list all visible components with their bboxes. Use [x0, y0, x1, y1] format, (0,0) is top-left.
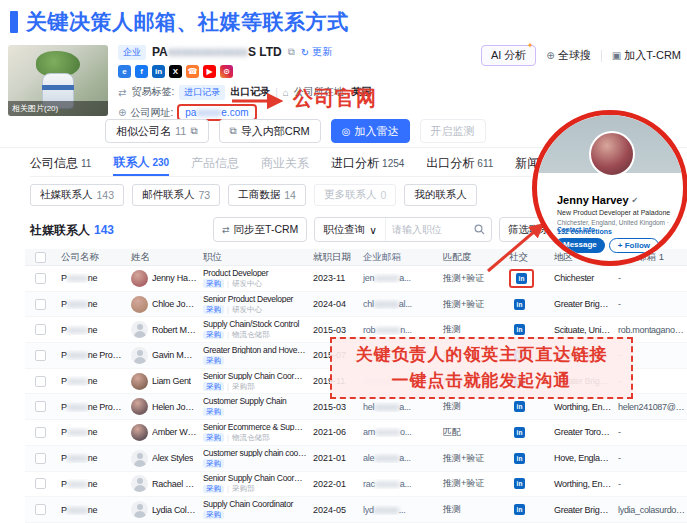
contact-avatar-placeholder-icon: [131, 347, 148, 364]
procurement-tag: 采购: [203, 408, 224, 417]
region-cell: Greater Brighton a...: [548, 299, 612, 309]
tab-products[interactable]: 产品信息: [191, 150, 239, 176]
tab-export-analysis[interactable]: 出口分析611: [426, 150, 493, 176]
chip-label: 更多联系人: [324, 188, 377, 202]
social-blog-icon[interactable]: e: [118, 65, 131, 78]
tab-contacts[interactable]: 联系人230: [113, 150, 169, 176]
row-checkbox[interactable]: [35, 504, 46, 515]
tab-business-relations[interactable]: 商业关系: [261, 150, 309, 176]
join-tcrm-button[interactable]: ▣加入T-CRM: [612, 48, 681, 63]
linkedin-wrap: in: [509, 451, 530, 466]
region-cell: Hove, England, Uni...: [548, 453, 612, 463]
export-records-tag[interactable]: 出口记录: [230, 85, 270, 99]
row-checkbox[interactable]: [35, 427, 46, 438]
row-checkbox[interactable]: [35, 401, 46, 412]
position-title: Senior Supply Chain Coordinator: [203, 372, 307, 381]
job-query-dropdown[interactable]: 职位查询∨: [315, 218, 386, 241]
chip-more-contacts[interactable]: 更多联系人0: [314, 184, 396, 206]
social-linkedin-icon[interactable]: in: [152, 65, 165, 78]
website-icon: ⊕: [118, 107, 126, 118]
table-row[interactable]: PxxxxxneChloe JonesSenior Product Develo…: [25, 292, 687, 318]
social-phone-icon[interactable]: ☎: [186, 65, 199, 78]
chip-my-contacts[interactable]: 我的联系人: [404, 184, 477, 206]
linkedin-icon[interactable]: in: [514, 427, 525, 438]
social-facebook-icon[interactable]: f: [135, 65, 148, 78]
col-header-name: 姓名: [125, 251, 197, 264]
product-photo-decor: [42, 85, 74, 90]
position-tags: 采购|物流仓储部: [203, 433, 307, 442]
chip-social-contacts[interactable]: 社媒联系人143: [30, 184, 124, 206]
table-row[interactable]: PxxxxxneAlex StylesCustomer supply chain…: [25, 446, 687, 472]
page-title: 关键决策人邮箱、社媒等联系方式: [10, 8, 349, 36]
row-checkbox[interactable]: [35, 376, 46, 387]
contact-cell: Gavin Meeks: [125, 347, 197, 364]
table-row[interactable]: PxxxxxneLydia ColasurdoSupply Chain Coor…: [25, 497, 687, 523]
region-cell: Greater Toronto Area: [548, 427, 612, 437]
table-row[interactable]: PxxxxxneJenny HarveyProduct Developer采购|…: [25, 266, 687, 292]
tag-divider: |: [227, 383, 229, 391]
linkedin-icon[interactable]: in: [514, 478, 525, 489]
table-row[interactable]: PxxxxxneAmber WhittySenior Ecommerce & S…: [25, 420, 687, 446]
tab-company-info[interactable]: 公司信息11: [30, 150, 91, 176]
email-suffix: al...: [399, 299, 412, 309]
tag-divider: |: [227, 331, 229, 339]
tab-label: 产品信息: [191, 155, 239, 172]
row-select-cell: [25, 350, 55, 361]
import-records-tag[interactable]: 进口记录: [179, 85, 225, 100]
import-internal-crm-button[interactable]: ⧉导入内部CRM: [219, 119, 321, 143]
company-redacted: xxxxx: [67, 427, 88, 437]
row-select-cell: [25, 376, 55, 387]
global-search-button[interactable]: ⊕全球搜: [546, 48, 590, 63]
linkedin-icon[interactable]: in: [514, 504, 525, 515]
company-cell: Pxxxxxne: [55, 325, 125, 335]
profile-connections[interactable]: 132 connections: [557, 228, 612, 235]
contact-avatar-placeholder-icon: [131, 501, 148, 518]
row-checkbox[interactable]: [35, 273, 46, 284]
tab-count: 1254: [382, 158, 404, 169]
similar-companies-button[interactable]: 相似公司名11⧉: [105, 119, 209, 143]
company-cell: Pxxxxxne: [55, 427, 125, 437]
email-redacted: xxxxxx: [374, 453, 399, 463]
table-row[interactable]: PxxxxxneRachael KellySenior Supply Chain…: [25, 472, 687, 498]
company-photo[interactable]: 相关图片(20): [8, 45, 108, 116]
job-search-input[interactable]: [386, 224, 474, 235]
row-select-cell: [25, 478, 55, 489]
start-monitoring-button[interactable]: 开启监测: [420, 119, 486, 143]
row-checkbox[interactable]: [35, 299, 46, 310]
linkedin-icon[interactable]: in: [514, 324, 525, 335]
department-name: 研发中心: [232, 280, 262, 288]
company-website-link[interactable]: paxxxxxe.com: [185, 107, 248, 118]
contact-cell: Liam Gent: [125, 373, 197, 390]
email-prefix: lyd: [363, 505, 374, 515]
linkedin-icon[interactable]: in: [514, 401, 525, 412]
linkedin-annotation-box: 关键负责人的领英主页直达链接 一键点击就能发起沟通: [330, 337, 633, 399]
related-images-caption[interactable]: 相关图片(20): [8, 101, 108, 116]
chip-registry-data[interactable]: 工商数据14: [228, 184, 306, 206]
row-checkbox[interactable]: [35, 453, 46, 464]
region-cell: Scituate, United St...: [548, 325, 612, 335]
chip-count: 0: [380, 189, 386, 201]
linkedin-icon[interactable]: in: [516, 273, 527, 284]
position-title: Supply Chain/Stock Control: [203, 320, 307, 329]
refresh-button[interactable]: ↻更新: [301, 45, 332, 59]
linkedin-icon[interactable]: in: [514, 453, 525, 464]
row-checkbox[interactable]: [35, 478, 46, 489]
department-name: 物流仓储部: [232, 434, 270, 442]
linkedin-icon[interactable]: in: [514, 299, 525, 310]
chip-email-contacts[interactable]: 邮件联系人73: [132, 184, 220, 206]
start-date-cell: 2024-05: [307, 505, 357, 515]
search-icon[interactable]: [474, 224, 485, 235]
social-youtube-icon[interactable]: ▶: [203, 65, 216, 78]
social-x-icon[interactable]: X: [169, 65, 182, 78]
ai-analysis-button[interactable]: AI 分析✦: [481, 45, 536, 66]
match-level-cell: 推测+验证: [437, 452, 495, 465]
select-all-checkbox[interactable]: [35, 252, 46, 263]
copy-icon[interactable]: ⧉: [288, 46, 295, 58]
social-instagram-icon[interactable]: ⊙: [220, 65, 233, 78]
row-checkbox[interactable]: [35, 324, 46, 335]
add-to-radar-button[interactable]: ◎加入雷达: [331, 119, 410, 143]
tab-import-analysis[interactable]: 进口分析1254: [331, 150, 404, 176]
row-checkbox[interactable]: [35, 350, 46, 361]
follow-button[interactable]: + Follow: [609, 238, 659, 253]
sync-to-tcrm-button[interactable]: ⇄同步至T-CRM: [213, 217, 307, 242]
